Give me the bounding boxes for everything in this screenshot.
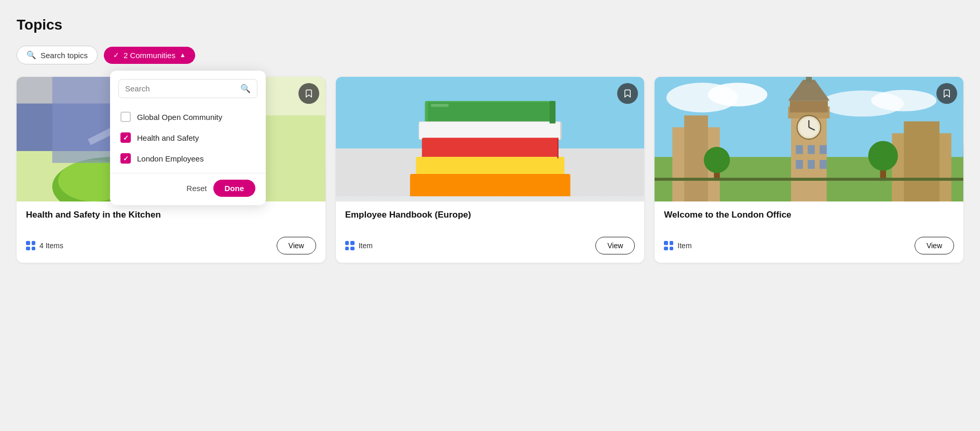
svg-rect-46 xyxy=(820,160,827,169)
svg-rect-31 xyxy=(904,122,940,201)
card-london-items: Item xyxy=(664,241,691,250)
card-london-items-count: Item xyxy=(677,241,691,250)
svg-rect-41 xyxy=(796,145,804,154)
search-icon: 🔍 xyxy=(26,50,36,60)
dropdown-items-list: Global Open Community Health and Safety … xyxy=(110,104,266,171)
card-london: Welcome to the London Office Item View xyxy=(655,77,963,263)
svg-rect-16 xyxy=(416,157,564,176)
communities-label: 2 Communities xyxy=(124,51,175,60)
card-london-title: Welcome to the London Office xyxy=(664,210,954,220)
dropdown-search-input[interactable] xyxy=(125,84,236,93)
card-handbook-body: Employee Handbook (Europe) Item View xyxy=(336,201,645,263)
bookmark-icon xyxy=(623,89,632,98)
svg-rect-14 xyxy=(419,122,561,139)
svg-point-50 xyxy=(868,141,898,170)
svg-rect-20 xyxy=(557,138,558,158)
svg-rect-40 xyxy=(806,77,812,83)
card-handbook-image-wrap xyxy=(336,77,645,201)
svg-rect-21 xyxy=(431,104,448,107)
communities-filter-button[interactable]: ✓ 2 Communities ▲ xyxy=(104,47,195,64)
grid-icon xyxy=(664,241,673,250)
svg-rect-42 xyxy=(808,145,815,154)
toolbar: 🔍 Search topics ✓ 2 Communities ▲ 🔍 Glob… xyxy=(17,46,963,64)
card-handbook-title: Employee Handbook (Europe) xyxy=(345,210,635,220)
svg-rect-19 xyxy=(560,122,561,139)
card-kitchen-items: 4 Items xyxy=(26,241,63,250)
dropdown-item-global-open-community[interactable]: Global Open Community xyxy=(110,106,266,127)
bookmark-icon xyxy=(304,89,314,98)
search-topics-button[interactable]: 🔍 Search topics xyxy=(17,46,98,64)
card-kitchen-footer: 4 Items View xyxy=(26,224,316,254)
svg-rect-44 xyxy=(796,160,804,169)
svg-rect-43 xyxy=(820,145,827,154)
done-button[interactable]: Done xyxy=(213,180,256,197)
card-handbook-footer: Item View xyxy=(345,224,635,254)
card-london-body: Welcome to the London Office Item View xyxy=(655,201,963,263)
dropdown-search-wrap: 🔍 xyxy=(110,79,266,104)
card-handbook-image xyxy=(336,77,645,201)
card-london-image-wrap xyxy=(655,77,963,201)
dropdown-item-health-and-safety[interactable]: Health and Safety xyxy=(110,127,266,148)
dropdown-search-box: 🔍 xyxy=(118,79,257,98)
dropdown-item-london-employees[interactable]: London Employees xyxy=(110,148,266,169)
bookmark-icon xyxy=(942,89,951,98)
svg-rect-45 xyxy=(808,160,815,169)
card-london-footer: Item View xyxy=(664,224,954,254)
svg-rect-9 xyxy=(52,77,112,163)
card-london-image xyxy=(655,77,963,201)
card-handbook-view-button[interactable]: View xyxy=(595,237,635,254)
grid-icon xyxy=(26,241,35,250)
svg-rect-18 xyxy=(549,101,555,123)
svg-point-48 xyxy=(704,147,730,173)
svg-point-27 xyxy=(872,90,937,111)
grid-icon xyxy=(345,241,355,250)
checkbox-global-open-community[interactable] xyxy=(120,112,131,122)
page-title: Topics xyxy=(17,17,963,33)
check-icon: ✓ xyxy=(113,51,119,59)
svg-rect-51 xyxy=(655,178,963,181)
london-svg xyxy=(655,77,963,201)
card-handbook-items: Item xyxy=(345,241,373,250)
card-kitchen-view-button[interactable]: View xyxy=(277,237,316,254)
card-handbook: Employee Handbook (Europe) Item View xyxy=(336,77,645,263)
card-london-view-button[interactable]: View xyxy=(915,237,954,254)
caret-icon: ▲ xyxy=(180,51,186,59)
books-svg xyxy=(336,77,645,196)
svg-point-25 xyxy=(708,83,767,106)
card-kitchen-body: Health and Safety in the Kitchen 4 Items… xyxy=(17,201,325,263)
dropdown-footer: Reset Done xyxy=(110,173,266,199)
reset-button[interactable]: Reset xyxy=(186,184,207,193)
dropdown-item-label: London Employees xyxy=(137,154,203,163)
checkbox-health-and-safety[interactable] xyxy=(120,132,131,143)
card-kitchen-items-count: 4 Items xyxy=(39,241,63,250)
communities-dropdown: 🔍 Global Open Community Health and Safet… xyxy=(110,71,266,205)
svg-rect-34 xyxy=(790,101,828,113)
card-kitchen-title: Health and Safety in the Kitchen xyxy=(26,210,316,220)
card-london-bookmark-button[interactable] xyxy=(936,83,957,104)
dropdown-item-label: Global Open Community xyxy=(137,113,222,122)
search-topics-label: Search topics xyxy=(40,51,88,60)
card-handbook-items-count: Item xyxy=(359,241,373,250)
svg-rect-17 xyxy=(410,174,570,196)
dropdown-item-label: Health and Safety xyxy=(137,133,199,142)
svg-rect-15 xyxy=(421,138,558,158)
dropdown-search-icon: 🔍 xyxy=(240,84,251,93)
card-kitchen-bookmark-button[interactable] xyxy=(298,83,319,104)
checkbox-london-employees[interactable] xyxy=(120,153,131,164)
